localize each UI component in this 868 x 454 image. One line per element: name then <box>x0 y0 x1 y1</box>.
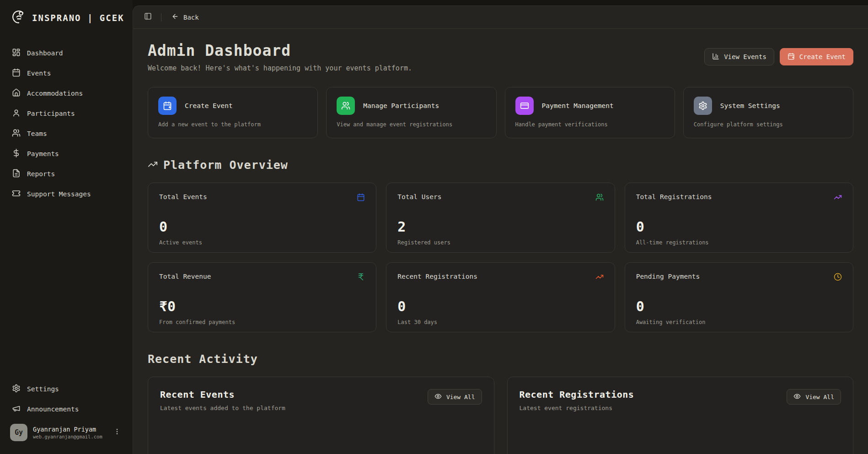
view-all-events-button[interactable]: View All <box>428 389 482 405</box>
quick-card-create-event[interactable]: Create Event Add a new event to the plat… <box>148 87 318 138</box>
stats-grid: Total Events 0 Active events Total Users… <box>148 183 853 332</box>
back-label: Back <box>183 14 199 21</box>
gear-icon <box>12 384 21 394</box>
sidebar-item-label: Accommodations <box>27 90 83 97</box>
clock-icon <box>834 273 842 283</box>
sidebar-item-label: Participants <box>27 110 75 117</box>
sidebar-item-announcements[interactable]: Announcements <box>7 400 125 418</box>
stat-value: 0 <box>636 298 842 314</box>
sidebar-spacer <box>7 203 125 380</box>
sidebar-item-reports[interactable]: Reports <box>7 165 125 183</box>
stat-value: ₹0 <box>159 298 365 314</box>
trending-up-icon <box>595 273 604 283</box>
brand-name: INSPRANO | GCEK <box>32 13 124 23</box>
dollar-icon <box>12 149 21 159</box>
create-event-label: Create Event <box>799 53 846 60</box>
sidebar-item-participants[interactable]: Participants <box>7 104 125 123</box>
user-email: web.gyanranjan@gmail.com <box>33 434 106 439</box>
stat-title: Total Events <box>159 193 207 200</box>
header-actions: View Events Create Event <box>704 48 853 65</box>
stat-value: 0 <box>159 219 365 235</box>
user-meta: Gyanranjan Priyam web.gyanranjan@gmail.c… <box>33 426 106 439</box>
users-icon <box>337 97 355 115</box>
sidebar-item-support-messages[interactable]: Support Messages <box>7 185 125 203</box>
section-title: Platform Overview <box>163 158 288 172</box>
stat-value: 2 <box>397 219 603 235</box>
stat-card-total-revenue: Total Revenue ₹0 From confirmed payments <box>148 262 376 332</box>
credit-card-icon <box>515 97 534 115</box>
sidebar-item-payments[interactable]: Payments <box>7 145 125 163</box>
view-all-registrations-button[interactable]: View All <box>787 389 841 405</box>
stat-value: 0 <box>636 219 842 235</box>
page-header-text: Admin Dashboard Welcome back! Here's wha… <box>148 42 412 72</box>
quick-actions: Create Event Add a new event to the plat… <box>148 87 853 138</box>
more-vertical-icon[interactable] <box>112 426 123 439</box>
avatar: Gy <box>10 424 27 441</box>
back-button[interactable]: Back <box>168 10 203 24</box>
stat-card-total-users: Total Users 2 Registered users <box>386 183 615 253</box>
sidebar-toggle-button[interactable] <box>141 10 155 25</box>
quick-card-title: System Settings <box>720 102 780 109</box>
trending-up-icon <box>834 193 842 203</box>
sidebar-item-dashboard[interactable]: Dashboard <box>7 44 125 62</box>
users-icon <box>595 193 604 203</box>
topbar: Back <box>133 6 868 29</box>
activity-subtitle: Latest event registrations <box>520 405 634 411</box>
quick-card-payment-management[interactable]: Payment Management Handle payment verifi… <box>505 87 675 138</box>
view-all-label: View All <box>446 394 475 400</box>
stat-card-total-registrations: Total Registrations 0 All-time registrat… <box>625 183 853 253</box>
quick-card-description: Configure platform settings <box>694 121 843 128</box>
megaphone-icon <box>12 404 21 414</box>
sidebar-item-teams[interactable]: Teams <box>7 124 125 143</box>
sidebar-item-label: Dashboard <box>27 49 63 57</box>
stat-value: 0 <box>397 298 603 314</box>
sidebar-item-accommodations[interactable]: Accommodations <box>7 84 125 103</box>
sidebar-item-settings[interactable]: Settings <box>7 380 125 398</box>
chameleon-logo-icon <box>11 9 27 27</box>
users-icon <box>12 129 21 139</box>
page-title: Admin Dashboard <box>148 42 412 59</box>
stat-title: Pending Payments <box>636 273 700 280</box>
recent-registrations-card: Recent Registrations Latest event regist… <box>507 377 854 454</box>
stat-title: Recent Registrations <box>397 273 477 280</box>
user-profile[interactable]: Gy Gyanranjan Priyam web.gyanranjan@gmai… <box>7 420 125 442</box>
quick-card-system-settings[interactable]: System Settings Configure platform setti… <box>683 87 853 138</box>
stat-card-pending-payments: Pending Payments 0 Awaiting verification <box>625 262 853 332</box>
panel-left-icon <box>144 12 152 22</box>
calendar-icon <box>357 193 365 203</box>
ticket-icon <box>12 189 21 199</box>
platform-overview-header: Platform Overview <box>148 158 853 172</box>
activity-subtitle: Latest events added to the platform <box>160 405 285 411</box>
content: Admin Dashboard Welcome back! Here's wha… <box>133 29 868 454</box>
eye-icon <box>793 393 801 401</box>
quick-card-description: Add a new event to the platform <box>158 121 307 128</box>
sidebar-footer: Settings Announcements Gy Gyanranjan Pri… <box>7 380 125 442</box>
eye-icon <box>434 393 442 401</box>
stat-subtitle: Registered users <box>397 239 603 246</box>
view-events-button[interactable]: View Events <box>704 48 774 65</box>
sidebar-nav: Dashboard Events Accommodations Particip… <box>7 44 125 203</box>
sidebar-item-label: Events <box>27 70 51 77</box>
sidebar: INSPRANO | GCEK Dashboard Events Accommo… <box>0 0 133 454</box>
view-events-label: View Events <box>724 53 766 60</box>
stat-subtitle: Last 30 days <box>397 319 603 325</box>
empty-state-events: No events found <box>160 411 482 454</box>
sidebar-item-label: Reports <box>27 170 55 178</box>
quick-card-manage-participants[interactable]: Manage Participants View and manage even… <box>326 87 496 138</box>
page-header: Admin Dashboard Welcome back! Here's wha… <box>148 42 853 72</box>
recent-events-head-text: Recent Events Latest events added to the… <box>160 389 285 411</box>
user-icon <box>12 108 21 119</box>
sidebar-item-events[interactable]: Events <box>7 64 125 82</box>
empty-state-registrations: No recent registrations <box>520 411 841 454</box>
calendar-plus-icon <box>158 97 177 115</box>
stat-subtitle: All-time registrations <box>636 239 842 246</box>
sidebar-item-label: Teams <box>27 130 47 137</box>
activity-grid: Recent Events Latest events added to the… <box>148 377 853 454</box>
create-event-button[interactable]: Create Event <box>780 48 853 65</box>
sidebar-item-label: Support Messages <box>27 190 91 198</box>
file-text-icon <box>12 169 21 179</box>
brand[interactable]: INSPRANO | GCEK <box>7 6 125 31</box>
stat-card-recent-registrations: Recent Registrations 0 Last 30 days <box>386 262 615 332</box>
gear-icon <box>694 97 712 115</box>
main-panel: Back Admin Dashboard Welcome back! Here'… <box>133 5 868 454</box>
